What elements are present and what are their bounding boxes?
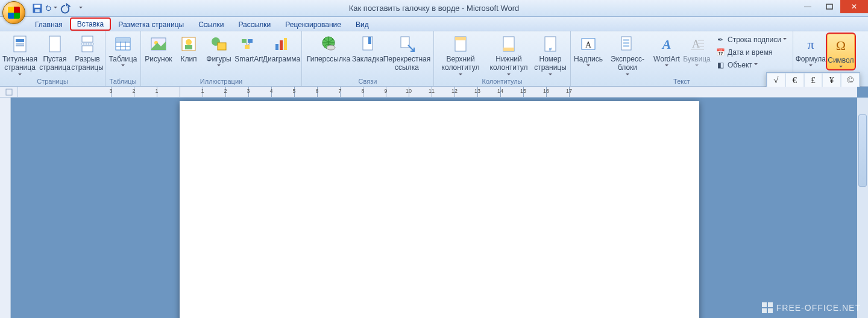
- svg-rect-6: [16, 43, 24, 45]
- tab-mailings[interactable]: Рассылки: [231, 19, 278, 31]
- page-number-icon: #: [541, 34, 560, 54]
- office-logo-icon: [8, 7, 20, 19]
- blank-page-icon: [45, 34, 64, 54]
- svg-rect-58: [6, 89, 12, 95]
- window-controls: — ✕: [797, 0, 868, 13]
- symbol-icon: Ω: [831, 36, 851, 55]
- dropcap-icon: A: [687, 34, 706, 54]
- quick-parts-icon: [618, 34, 637, 54]
- group-links: Гиперссылка Закладка Перекрестная ссылка…: [302, 31, 434, 86]
- svg-rect-49: [623, 45, 629, 47]
- workspace: 3211234567891011121314151617 FREE-OFFICE…: [0, 87, 868, 318]
- svg-rect-22: [185, 45, 192, 49]
- watermark: FREE-OFFICE.NET: [762, 302, 861, 313]
- footer-button[interactable]: Нижний колонтитул: [485, 33, 533, 77]
- tab-review[interactable]: Рецензирование: [278, 19, 348, 31]
- svg-rect-30: [275, 44, 278, 50]
- ruler-corner[interactable]: [0, 87, 18, 98]
- cover-page-icon: [10, 34, 30, 54]
- svg-text:π: π: [807, 37, 814, 52]
- cover-page-button[interactable]: Титульная страница: [2, 33, 37, 77]
- page-break-icon: [78, 34, 97, 54]
- vertical-ruler[interactable]: [0, 98, 11, 318]
- footer-icon: [499, 34, 518, 54]
- chart-button[interactable]: Диаграмма: [264, 33, 299, 63]
- hyperlink-icon: [319, 34, 338, 54]
- tab-view[interactable]: Вид: [348, 19, 376, 31]
- tab-insert[interactable]: Вставка: [70, 17, 112, 31]
- svg-rect-25: [242, 39, 247, 43]
- chart-icon: [272, 34, 291, 54]
- equation-button[interactable]: π Формула: [796, 33, 826, 68]
- smartart-button[interactable]: SmartArt: [234, 33, 264, 63]
- symbol-cell[interactable]: ¥: [822, 73, 841, 87]
- bookmark-button[interactable]: Закладка: [353, 33, 383, 63]
- svg-text:A: A: [661, 37, 671, 52]
- symbol-button[interactable]: Ω Символ: [826, 33, 856, 70]
- cross-reference-icon: [397, 34, 417, 54]
- maximize-button[interactable]: [819, 0, 840, 13]
- clipart-icon: [179, 34, 198, 54]
- tab-page-layout[interactable]: Разметка страницы: [111, 19, 191, 31]
- header-button[interactable]: Верхний колонтитул: [436, 33, 485, 77]
- textbox-button[interactable]: A Надпись: [573, 33, 603, 68]
- windows-icon: [762, 302, 773, 313]
- cross-reference-button[interactable]: Перекрестная ссылка: [383, 33, 431, 72]
- svg-rect-9: [82, 36, 93, 42]
- group-illustrations: Рисунок Клип Фигуры SmartArt Диаграмма И…: [141, 31, 302, 86]
- horizontal-ruler[interactable]: 3211234567891011121314151617: [18, 87, 857, 98]
- vertical-scrollbar-track[interactable]: [857, 98, 868, 318]
- dropcap-button[interactable]: A Буквица: [682, 33, 712, 68]
- undo-icon[interactable]: [45, 2, 57, 14]
- close-button[interactable]: ✕: [840, 0, 868, 13]
- symbol-cell[interactable]: £: [804, 73, 823, 87]
- clipart-button[interactable]: Клип: [174, 33, 204, 63]
- group-text: A Надпись Экспресс-блоки A WordArt A Бук…: [571, 31, 793, 86]
- blank-page-button[interactable]: Пустая страница: [37, 33, 72, 72]
- datetime-icon: 📅: [715, 48, 725, 57]
- svg-point-21: [186, 39, 192, 45]
- page-break-button[interactable]: Разрыв страницы: [72, 33, 102, 72]
- svg-rect-5: [16, 39, 24, 42]
- svg-rect-24: [218, 43, 226, 50]
- svg-rect-26: [248, 39, 253, 43]
- svg-line-28: [247, 43, 247, 45]
- save-icon[interactable]: [31, 2, 43, 14]
- page-number-button[interactable]: # Номер страницы: [533, 33, 568, 77]
- vertical-scrollbar-thumb[interactable]: [858, 114, 867, 187]
- svg-rect-32: [284, 38, 287, 50]
- qat-customize-icon[interactable]: [73, 2, 85, 14]
- svg-rect-41: [503, 48, 514, 51]
- titlebar: Как поставить галочку в ворде - Microsof…: [0, 0, 868, 17]
- tab-home[interactable]: Главная: [28, 19, 70, 31]
- table-button[interactable]: Таблица: [108, 33, 138, 68]
- svg-text:A: A: [585, 40, 592, 49]
- window-title: Как поставить галочку в ворде - Microsof…: [0, 4, 868, 13]
- hyperlink-button[interactable]: Гиперссылка: [304, 33, 353, 63]
- quick-parts-button[interactable]: Экспресс-блоки: [603, 33, 652, 77]
- minimize-button[interactable]: —: [797, 0, 819, 13]
- svg-rect-36: [368, 37, 371, 44]
- symbol-cell[interactable]: €: [785, 73, 804, 87]
- ribbon: Титульная страница Пустая страница Разры…: [0, 31, 868, 87]
- picture-button[interactable]: Рисунок: [143, 33, 174, 63]
- shapes-icon: [209, 34, 228, 54]
- redo-icon[interactable]: [59, 2, 71, 14]
- table-icon: [113, 34, 133, 54]
- svg-rect-7: [16, 45, 24, 46]
- svg-text:A: A: [692, 38, 700, 50]
- office-button[interactable]: [2, 1, 25, 24]
- symbol-cell[interactable]: ©: [841, 73, 860, 87]
- svg-rect-8: [49, 36, 60, 52]
- symbol-cell[interactable]: √: [767, 73, 785, 87]
- wordart-button[interactable]: A WordArt: [652, 33, 682, 68]
- svg-rect-60: [768, 302, 773, 307]
- tab-references[interactable]: Ссылки: [191, 19, 231, 31]
- document-page[interactable]: [180, 101, 699, 318]
- signature-line-button[interactable]: ✒Строка подписи: [714, 34, 788, 46]
- date-time-button[interactable]: 📅Дата и время: [714, 46, 788, 58]
- shapes-button[interactable]: Фигуры: [204, 33, 234, 68]
- ribbon-tabs: Главная Вставка Разметка страницы Ссылки…: [0, 17, 868, 31]
- svg-rect-59: [762, 302, 767, 307]
- object-button[interactable]: ◧Объект: [714, 59, 788, 71]
